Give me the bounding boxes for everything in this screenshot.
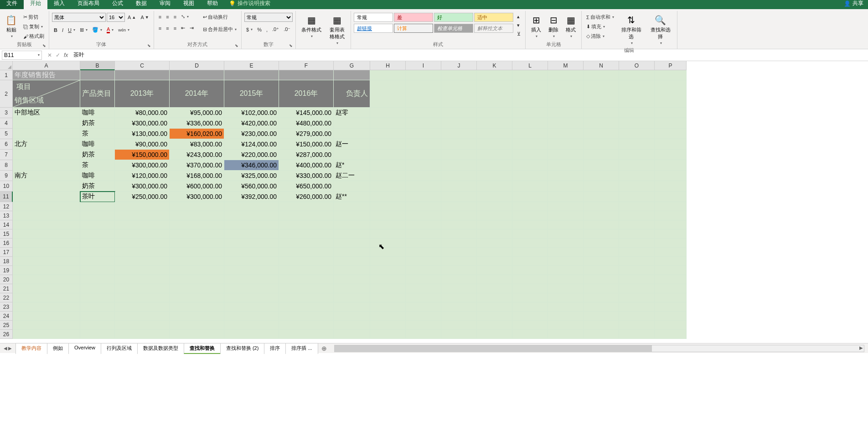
cell-I10[interactable] [406, 181, 441, 192]
cell-O17[interactable] [619, 248, 655, 257]
cell-D12[interactable] [170, 202, 224, 211]
cell-I4[interactable] [406, 118, 441, 129]
sheet-next-button[interactable]: ▶ [8, 346, 12, 351]
cell-C22[interactable] [115, 293, 170, 302]
cell-O26[interactable] [619, 330, 655, 339]
cell-G14[interactable] [334, 220, 370, 229]
cell-P17[interactable] [655, 248, 687, 257]
cell-F7[interactable]: ¥287,000.00 [279, 150, 334, 160]
cell-E16[interactable] [224, 239, 279, 248]
cell-D22[interactable] [170, 293, 224, 302]
cell-J4[interactable] [441, 118, 477, 129]
cell-N17[interactable] [584, 248, 619, 257]
cell-B25[interactable] [80, 321, 115, 330]
cell-G15[interactable] [334, 229, 370, 239]
confirm-formula-button[interactable]: ✓ [56, 52, 60, 58]
cell-C21[interactable] [115, 284, 170, 293]
sheet-tab-3[interactable]: 行列及区域 [101, 343, 138, 354]
fx-button[interactable]: fx [64, 52, 68, 58]
cell-A15[interactable] [13, 229, 80, 239]
cell-F20[interactable] [279, 275, 334, 284]
cell-A8[interactable] [13, 160, 80, 171]
accounting-format-button[interactable]: $▾ [244, 26, 254, 33]
cell-L7[interactable] [512, 150, 548, 160]
cell-I25[interactable] [406, 321, 441, 330]
cell-J6[interactable] [441, 139, 477, 150]
cell-K26[interactable] [477, 330, 512, 339]
cell-L10[interactable] [512, 181, 548, 192]
cell-G26[interactable] [334, 330, 370, 339]
style-neutral[interactable]: 适中 [474, 13, 513, 22]
cell-F1[interactable] [279, 70, 334, 80]
cell-I18[interactable] [406, 257, 441, 266]
cell-O15[interactable] [619, 229, 655, 239]
cell-B5[interactable]: 茶 [80, 129, 115, 139]
cell-G6[interactable]: 赵一 [334, 139, 370, 150]
cell-A7[interactable] [13, 150, 80, 160]
col-header-F[interactable]: F [279, 61, 334, 70]
cell-N18[interactable] [584, 257, 619, 266]
cell-A5[interactable] [13, 129, 80, 139]
cell-N24[interactable] [584, 312, 619, 321]
cell-J23[interactable] [441, 302, 477, 312]
cell-F17[interactable] [279, 248, 334, 257]
cell-C17[interactable] [115, 248, 170, 257]
sheet-tab-1[interactable]: 例如 [47, 343, 69, 354]
cell-P26[interactable] [655, 330, 687, 339]
cell-I6[interactable] [406, 139, 441, 150]
cell-E4[interactable]: ¥420,000.00 [224, 118, 279, 129]
cell-N1[interactable] [584, 70, 619, 80]
cell-M13[interactable] [548, 211, 584, 220]
cell-B21[interactable] [80, 284, 115, 293]
cell-G10[interactable] [334, 181, 370, 192]
menu-tab-home[interactable]: 开始 [24, 0, 47, 9]
cell-B2[interactable]: 产品类目 [80, 80, 115, 108]
cell-L2[interactable] [512, 80, 548, 108]
cell-P22[interactable] [655, 293, 687, 302]
cell-F6[interactable]: ¥150,000.00 [279, 139, 334, 150]
cell-G4[interactable] [334, 118, 370, 129]
cell-K7[interactable] [477, 150, 512, 160]
italic-button[interactable]: I [60, 26, 65, 34]
cell-H23[interactable] [370, 302, 406, 312]
cell-F8[interactable]: ¥400,000.00 [279, 160, 334, 171]
cell-H16[interactable] [370, 239, 406, 248]
cell-E3[interactable]: ¥102,000.00 [224, 108, 279, 118]
cell-B7[interactable]: 奶茶 [80, 150, 115, 160]
sheet-prev-button[interactable]: ◀ [4, 346, 7, 351]
menu-tab-insert[interactable]: 插入 [47, 0, 71, 9]
cell-A16[interactable] [13, 239, 80, 248]
cell-C15[interactable] [115, 229, 170, 239]
row-header-16[interactable]: 16 [0, 239, 13, 248]
cell-I26[interactable] [406, 330, 441, 339]
col-header-M[interactable]: M [548, 61, 584, 70]
cell-K10[interactable] [477, 181, 512, 192]
cell-L4[interactable] [512, 118, 548, 129]
increase-decimal-button[interactable]: .0⁺ [270, 26, 281, 33]
align-center-button[interactable]: ≡ [164, 25, 170, 32]
cell-N19[interactable] [584, 266, 619, 275]
cell-O7[interactable] [619, 150, 655, 160]
menu-tab-data[interactable]: 数据 [129, 0, 153, 9]
underline-button[interactable]: U▾ [66, 26, 77, 34]
cell-M18[interactable] [548, 257, 584, 266]
clear-button[interactable]: ◇清除▾ [584, 32, 616, 41]
cell-P2[interactable] [655, 80, 687, 108]
cell-J14[interactable] [441, 220, 477, 229]
cell-L13[interactable] [512, 211, 548, 220]
horizontal-scrollbar[interactable]: ◀ ▶ [334, 345, 864, 352]
cell-G7[interactable] [334, 150, 370, 160]
cell-N20[interactable] [584, 275, 619, 284]
cell-M15[interactable] [548, 229, 584, 239]
cell-K8[interactable] [477, 160, 512, 171]
cell-F25[interactable] [279, 321, 334, 330]
cell-P3[interactable] [655, 108, 687, 118]
cell-P7[interactable] [655, 150, 687, 160]
cell-L25[interactable] [512, 321, 548, 330]
cell-M3[interactable] [548, 108, 584, 118]
cell-F24[interactable] [279, 312, 334, 321]
cell-L23[interactable] [512, 302, 548, 312]
cell-O21[interactable] [619, 284, 655, 293]
cell-A1[interactable]: 年度销售报告 [13, 70, 80, 80]
cell-M10[interactable] [548, 181, 584, 192]
